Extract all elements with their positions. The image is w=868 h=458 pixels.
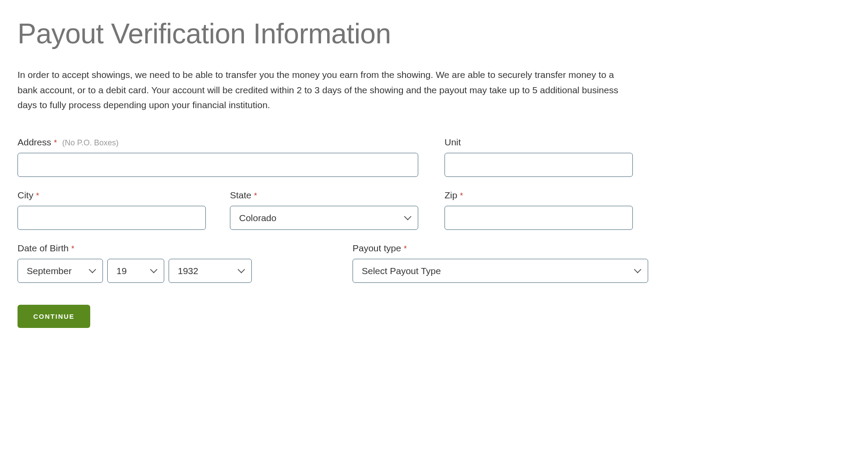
required-marker: * — [254, 191, 257, 201]
payout-label: Payout type * — [353, 243, 648, 254]
form-row-dob-payout: Date of Birth * September 19 1932 Pa — [18, 243, 850, 283]
form-group-dob: Date of Birth * September 19 1932 — [18, 243, 324, 283]
unit-label-text: Unit — [445, 137, 461, 148]
form-group-city: City * — [18, 190, 206, 230]
form-row-address: Address * (No P.O. Boxes) Unit — [18, 137, 850, 177]
dob-day-wrapper: 19 — [107, 259, 164, 283]
unit-input[interactable] — [445, 153, 633, 177]
payout-select[interactable]: Select Payout Type — [353, 259, 648, 283]
address-label-text: Address — [18, 137, 51, 148]
address-label: Address * (No P.O. Boxes) — [18, 137, 418, 148]
unit-label: Unit — [445, 137, 633, 148]
page-title: Payout Verification Information — [18, 18, 850, 50]
dob-day-select[interactable]: 19 — [107, 259, 164, 283]
dob-label-text: Date of Birth — [18, 243, 69, 254]
dob-month-select[interactable]: September — [18, 259, 103, 283]
payout-label-text: Payout type — [353, 243, 401, 254]
dob-year-select[interactable]: 1932 — [169, 259, 252, 283]
page-description: In order to accept showings, we need to … — [18, 67, 631, 113]
state-label-text: State — [230, 190, 251, 201]
dob-year-wrapper: 1932 — [169, 259, 252, 283]
dob-month-wrapper: September — [18, 259, 103, 283]
form-group-state: State * Colorado — [230, 190, 418, 230]
zip-label-text: Zip — [445, 190, 457, 201]
continue-button[interactable]: CONTINUE — [18, 305, 90, 328]
required-marker: * — [36, 191, 39, 201]
required-marker: * — [54, 138, 57, 148]
zip-input[interactable] — [445, 206, 633, 230]
form-group-payout: Payout type * Select Payout Type — [353, 243, 648, 283]
form-group-address: Address * (No P.O. Boxes) — [18, 137, 418, 177]
dob-label: Date of Birth * — [18, 243, 324, 254]
dob-selects: September 19 1932 — [18, 259, 324, 283]
required-marker: * — [404, 244, 407, 254]
zip-label: Zip * — [445, 190, 633, 201]
address-input[interactable] — [18, 153, 418, 177]
state-select-wrapper: Colorado — [230, 206, 418, 230]
city-label-text: City — [18, 190, 33, 201]
state-label: State * — [230, 190, 418, 201]
address-hint: (No P.O. Boxes) — [62, 138, 119, 148]
payout-select-wrapper: Select Payout Type — [353, 259, 648, 283]
form-group-unit: Unit — [445, 137, 633, 177]
city-label: City * — [18, 190, 206, 201]
city-input[interactable] — [18, 206, 206, 230]
form-row-city-state-zip: City * State * Colorado Zip * — [18, 190, 850, 230]
state-select[interactable]: Colorado — [230, 206, 418, 230]
required-marker: * — [71, 244, 74, 254]
required-marker: * — [460, 191, 463, 201]
form-group-zip: Zip * — [445, 190, 633, 230]
